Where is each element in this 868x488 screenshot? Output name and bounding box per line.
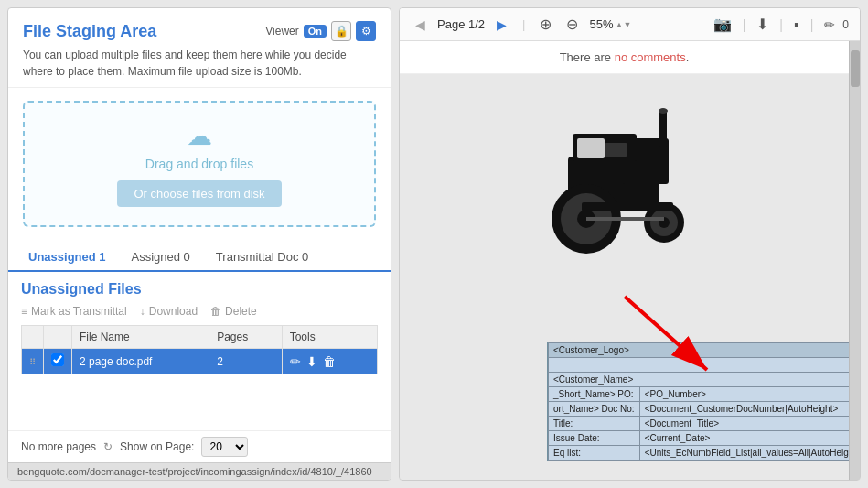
separator-1: | bbox=[522, 17, 525, 31]
drag-handle-cell: ⠿ bbox=[22, 349, 44, 374]
template-row-4b: <PO_Number> bbox=[639, 387, 849, 402]
page-size-select[interactable]: 20 50 100 bbox=[201, 437, 248, 457]
upload-icon: ☁ bbox=[43, 121, 356, 151]
page-info: Page 1/2 bbox=[437, 17, 485, 31]
refresh-icon[interactable]: ↻ bbox=[103, 440, 113, 453]
drop-text: Drag and drop files bbox=[43, 157, 356, 171]
unassigned-section: Unassigned Files ≡ Mark as Transmittal ↓… bbox=[8, 272, 391, 430]
right-panel: ◀ Page 1/2 ▶ | ⊕ ⊖ 55% ▲▼ 📷 | ⬇ | ▪ | ✏ … bbox=[399, 7, 861, 481]
tab-unassigned[interactable]: Unassigned 1 bbox=[16, 244, 119, 272]
zoom-in-button[interactable]: ⊕ bbox=[536, 14, 555, 35]
zoom-level-display[interactable]: 55% ▲▼ bbox=[589, 17, 631, 31]
viewer-status-badge: On bbox=[304, 25, 327, 38]
template-row-4a: _Short_Name> PO: bbox=[549, 387, 640, 402]
transmittal-icon: ≡ bbox=[21, 305, 27, 318]
delete-action[interactable]: 🗑 Delete bbox=[210, 305, 257, 318]
separator-3: | bbox=[779, 17, 783, 32]
col-filename: File Name bbox=[72, 326, 209, 349]
template-row-6b: <Document_Title> bbox=[639, 417, 849, 431]
staging-title: File Staging Area bbox=[23, 22, 156, 41]
file-checkbox[interactable] bbox=[51, 353, 64, 366]
edit-icon[interactable]: ✏ bbox=[290, 354, 301, 369]
template-row-8a: Eq list: bbox=[549, 446, 640, 461]
separator-2: | bbox=[743, 17, 746, 32]
tabs-row: Unassigned 1 Assigned 0 Transmittal Doc … bbox=[8, 244, 391, 272]
zoom-out-button[interactable]: ⊖ bbox=[563, 14, 582, 35]
svg-rect-13 bbox=[582, 202, 673, 211]
section-title: Unassigned Files bbox=[21, 281, 378, 298]
file-actions: ≡ Mark as Transmittal ↓ Download 🗑 Delet… bbox=[21, 305, 378, 318]
template-row-8b: <Units_EcNumbField_List|all_values=All|A… bbox=[639, 446, 849, 461]
delete-file-icon[interactable]: 🗑 bbox=[323, 354, 336, 369]
pagination-row: No more pages ↻ Show on Page: 20 50 100 bbox=[8, 430, 391, 462]
next-page-button[interactable]: ▶ bbox=[492, 16, 511, 34]
view-icon[interactable]: ▪ bbox=[794, 16, 799, 33]
viewer-content: There are no comments. bbox=[400, 41, 860, 480]
table-row[interactable]: ⠿ 2 page doc.pdf 2 ✏ ⬇ 🗑 bbox=[22, 349, 378, 374]
comments-area: There are no comments. bbox=[400, 41, 849, 74]
tab-transmittal[interactable]: Transmittal Doc 0 bbox=[203, 244, 321, 272]
left-panel: File Staging Area Viewer On 🔒 ⚙ You can … bbox=[7, 7, 391, 481]
scrollbar-thumb[interactable] bbox=[851, 50, 860, 87]
file-table: File Name Pages Tools ⠿ 2 page doc.pdf 2… bbox=[21, 325, 378, 374]
tractor-image bbox=[504, 83, 705, 257]
toolbar-right-icons: 📷 | ⬇ | ▪ | ✏ 0 bbox=[713, 16, 849, 33]
choose-files-button[interactable]: Or choose files from disk bbox=[117, 180, 281, 207]
comment-count-badge: 0 bbox=[842, 18, 849, 31]
svg-line-16 bbox=[625, 297, 707, 370]
download-file-icon[interactable]: ⬇ bbox=[306, 354, 317, 369]
staging-header: File Staging Area Viewer On 🔒 ⚙ You can … bbox=[8, 8, 391, 88]
drag-handle-icon: ⠿ bbox=[29, 357, 36, 367]
viewer-settings-button[interactable]: ⚙ bbox=[356, 21, 376, 41]
template-row-5a: ort_Name> Doc No: bbox=[549, 402, 640, 417]
show-on-page-label: Show on Page: bbox=[120, 440, 194, 453]
tab-assigned[interactable]: Assigned 0 bbox=[119, 244, 203, 272]
scrollbar[interactable] bbox=[849, 41, 860, 480]
doc-image-area: <Customer_Logo> <Customer_Name> bbox=[400, 74, 849, 480]
no-comments-text: There are no comments. bbox=[560, 50, 690, 64]
svg-rect-6 bbox=[605, 143, 627, 157]
pages-cell: 2 bbox=[209, 349, 282, 374]
viewer-controls: Viewer On 🔒 ⚙ bbox=[265, 21, 376, 41]
red-arrow bbox=[606, 278, 734, 388]
template-row-7b: <Current_Date> bbox=[639, 431, 849, 446]
prev-page-button[interactable]: ◀ bbox=[411, 16, 430, 34]
template-row-5b: <Document_CustomerDocNumber|AutoHeight> bbox=[639, 402, 849, 417]
template-row-7a: Issue Date: bbox=[549, 431, 640, 446]
template-row-6a: Title: bbox=[549, 417, 640, 431]
drop-zone[interactable]: ☁ Drag and drop files Or choose files fr… bbox=[23, 101, 376, 227]
col-pages: Pages bbox=[209, 326, 282, 349]
download-icon: ↓ bbox=[140, 305, 145, 318]
doc-page: There are no comments. bbox=[400, 41, 849, 480]
viewer-toolbar: ◀ Page 1/2 ▶ | ⊕ ⊖ 55% ▲▼ 📷 | ⬇ | ▪ | ✏ … bbox=[400, 8, 860, 41]
edit-icon[interactable]: ✏ bbox=[824, 17, 835, 32]
download-icon[interactable]: ⬇ bbox=[756, 16, 768, 33]
mark-transmittal-action[interactable]: ≡ Mark as Transmittal bbox=[21, 305, 127, 318]
staging-description: You can upload multiple files and keep t… bbox=[23, 47, 376, 80]
svg-rect-5 bbox=[577, 138, 605, 158]
checkbox-cell[interactable] bbox=[44, 349, 72, 374]
snapshot-icon[interactable]: 📷 bbox=[713, 16, 732, 33]
col-check bbox=[44, 326, 72, 349]
filename-cell: 2 page doc.pdf bbox=[72, 349, 209, 374]
no-more-pages-label: No more pages bbox=[21, 440, 96, 453]
svg-point-3 bbox=[659, 108, 668, 114]
delete-icon: 🗑 bbox=[210, 305, 221, 318]
comments-highlight: no comments bbox=[615, 50, 686, 64]
tools-cell: ✏ ⬇ 🗑 bbox=[282, 349, 377, 374]
col-drag bbox=[22, 326, 44, 349]
viewer-label: Viewer bbox=[265, 25, 298, 38]
separator-4: | bbox=[810, 17, 814, 32]
col-tools: Tools bbox=[282, 326, 377, 349]
svg-rect-2 bbox=[659, 111, 667, 147]
viewer-lock-button[interactable]: 🔒 bbox=[331, 21, 351, 41]
download-action[interactable]: ↓ Download bbox=[140, 305, 198, 318]
url-bar: bengquote.com/docmanager-test/project/in… bbox=[8, 462, 391, 480]
zoom-arrows-icon: ▲▼ bbox=[615, 20, 631, 29]
